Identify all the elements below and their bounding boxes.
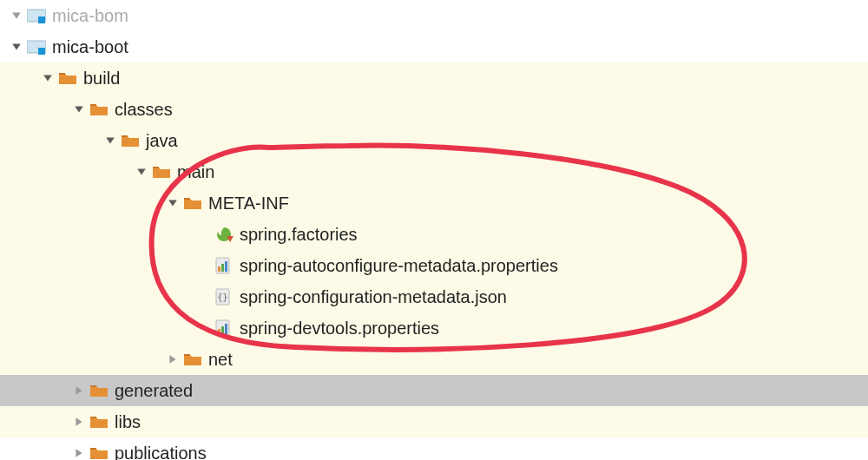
spacer: [194, 256, 214, 275]
tree-label: META-INF: [208, 194, 289, 214]
svg-marker-4: [12, 43, 21, 49]
chevron-down-icon[interactable]: [38, 69, 57, 88]
tree-node-mica-bom[interactable]: mica-bom: [0, 0, 868, 31]
tree-label: java: [146, 131, 178, 151]
tree-node-net[interactable]: net: [0, 344, 868, 375]
folder-icon: [182, 350, 203, 369]
svg-rect-15: [218, 266, 220, 272]
folder-icon: [89, 412, 109, 431]
properties-file-icon: [214, 319, 234, 338]
tree-label: generated: [115, 381, 193, 401]
folder-icon: [120, 131, 141, 150]
module-icon: [26, 6, 47, 25]
tree-label: mica-bom: [52, 6, 128, 26]
svg-marker-27: [76, 449, 82, 457]
tree-label: build: [83, 69, 120, 89]
svg-marker-9: [75, 106, 83, 112]
folder-icon: [89, 100, 109, 119]
module-icon: [26, 37, 47, 56]
chevron-down-icon[interactable]: [7, 6, 26, 25]
spring-file-icon: [214, 225, 234, 244]
tree-label: classes: [115, 100, 173, 120]
svg-marker-8: [43, 75, 52, 81]
tree-node-main[interactable]: main: [0, 156, 868, 187]
spacer: [194, 287, 214, 306]
tree-label: publications: [115, 444, 207, 461]
spacer: [194, 319, 214, 338]
chevron-right-icon[interactable]: [69, 444, 89, 460]
tree-label: spring.factories: [240, 225, 358, 245]
tree-node-publications[interactable]: publications: [0, 437, 868, 460]
tree-node-mica-boot[interactable]: mica-boot: [0, 31, 868, 62]
folder-icon: [182, 194, 203, 213]
tree-node-spring-factories[interactable]: spring.factories: [0, 219, 868, 250]
folder-icon: [89, 444, 109, 460]
tree-label: spring-configuration-metadata.json: [240, 287, 507, 307]
tree-label: spring-devtools.properties: [240, 319, 439, 338]
tree-node-config-json[interactable]: {} spring-configuration-metadata.json: [0, 281, 868, 312]
svg-rect-17: [225, 261, 227, 272]
tree-node-libs[interactable]: libs: [0, 406, 868, 437]
folder-icon: [151, 162, 172, 181]
chevron-down-icon[interactable]: [7, 37, 26, 56]
svg-marker-25: [76, 386, 82, 395]
tree-node-meta-inf[interactable]: META-INF: [0, 187, 868, 219]
svg-text:{}: {}: [217, 292, 227, 302]
tree-node-java[interactable]: java: [0, 125, 868, 156]
chevron-down-icon[interactable]: [101, 131, 120, 150]
tree-label: net: [208, 350, 233, 370]
svg-rect-3: [38, 16, 45, 23]
properties-file-icon: [214, 256, 234, 275]
tree-label: libs: [115, 412, 141, 432]
svg-rect-16: [221, 264, 224, 272]
tree-node-build[interactable]: build: [0, 62, 868, 94]
chevron-down-icon[interactable]: [132, 162, 151, 181]
tree-node-autoconfigure-props[interactable]: spring-autoconfigure-metadata.properties: [0, 250, 868, 281]
svg-marker-26: [76, 417, 82, 426]
tree-node-devtools-props[interactable]: spring-devtools.properties: [0, 312, 868, 344]
svg-marker-11: [137, 168, 146, 174]
svg-rect-21: [218, 329, 220, 334]
tree-label: mica-boot: [52, 37, 128, 57]
tree-node-generated[interactable]: generated: [0, 375, 868, 406]
chevron-right-icon[interactable]: [163, 350, 182, 369]
svg-rect-7: [38, 48, 45, 55]
svg-marker-24: [169, 355, 175, 364]
svg-marker-0: [12, 12, 21, 18]
chevron-right-icon[interactable]: [69, 412, 89, 431]
chevron-down-icon[interactable]: [163, 194, 182, 213]
folder-icon: [89, 381, 109, 400]
svg-rect-22: [221, 326, 224, 334]
svg-rect-23: [225, 324, 227, 334]
svg-marker-12: [168, 200, 177, 206]
chevron-right-icon[interactable]: [69, 381, 89, 400]
chevron-down-icon[interactable]: [69, 100, 89, 119]
spacer: [194, 225, 214, 244]
tree-node-classes[interactable]: classes: [0, 94, 868, 125]
tree-label: main: [177, 162, 214, 182]
json-file-icon: {}: [214, 287, 234, 306]
svg-marker-10: [106, 137, 115, 143]
folder-icon: [57, 69, 78, 88]
project-tree[interactable]: mica-bom mica-boot build: [0, 0, 868, 460]
tree-label: spring-autoconfigure-metadata.properties: [240, 256, 558, 276]
